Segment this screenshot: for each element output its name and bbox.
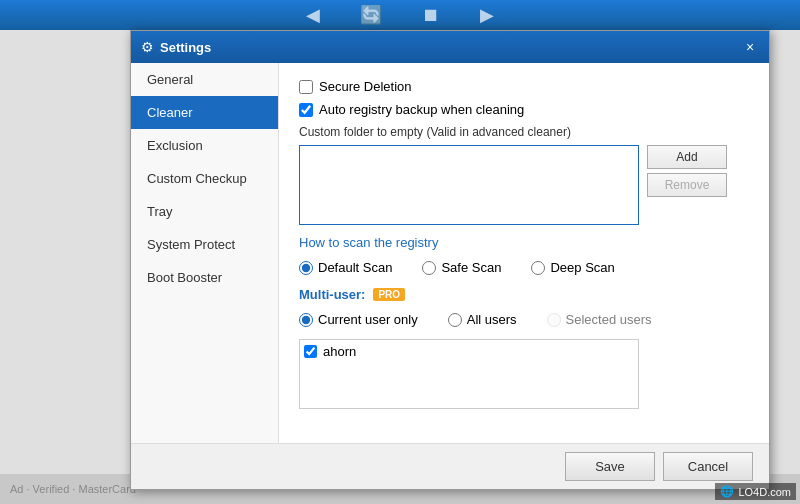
all-users-label: All users: [467, 312, 517, 327]
radio-current-user: Current user only: [299, 312, 418, 327]
custom-folder-label: Custom folder to empty (Valid in advance…: [299, 125, 749, 139]
current-user-radio[interactable]: [299, 313, 313, 327]
deep-scan-radio[interactable]: [531, 261, 545, 275]
dialog-title: Settings: [160, 40, 211, 55]
safe-scan-radio[interactable]: [422, 261, 436, 275]
user-mode-group: Current user only All users Selected use…: [299, 312, 749, 327]
sidebar-item-system-protect[interactable]: System Protect: [131, 228, 278, 261]
selected-users-label: Selected users: [566, 312, 652, 327]
default-scan-radio[interactable]: [299, 261, 313, 275]
watermark-text: LO4D.com: [738, 486, 791, 498]
watermark: 🌐 LO4D.com: [715, 483, 796, 500]
bg-nav-4: ▶: [480, 4, 494, 26]
close-button[interactable]: ×: [741, 38, 759, 56]
auto-registry-checkbox[interactable]: [299, 103, 313, 117]
safe-scan-label: Safe Scan: [441, 260, 501, 275]
radio-selected-users: Selected users: [547, 312, 652, 327]
sidebar: General Cleaner Exclusion Custom Checkup…: [131, 63, 279, 443]
radio-all-users: All users: [448, 312, 517, 327]
current-user-label: Current user only: [318, 312, 418, 327]
bg-nav-2: 🔄: [360, 4, 382, 26]
radio-deep-scan: Deep Scan: [531, 260, 614, 275]
secure-deletion-checkbox[interactable]: [299, 80, 313, 94]
secure-deletion-label: Secure Deletion: [319, 79, 412, 94]
users-list: ahorn: [299, 339, 639, 409]
sidebar-item-cleaner[interactable]: Cleaner: [131, 96, 278, 129]
multi-user-label: Multi-user:: [299, 287, 365, 302]
save-button[interactable]: Save: [565, 452, 655, 481]
auto-registry-row: Auto registry backup when cleaning: [299, 102, 749, 117]
bg-nav-1: ◀: [306, 4, 320, 26]
how-to-scan-link[interactable]: How to scan the registry: [299, 235, 749, 250]
bg-nav-3: ⏹: [422, 5, 440, 26]
sidebar-item-boot-booster[interactable]: Boot Booster: [131, 261, 278, 294]
scan-mode-group: Default Scan Safe Scan Deep Scan: [299, 260, 749, 275]
auto-registry-label: Auto registry backup when cleaning: [319, 102, 524, 117]
secure-deletion-row: Secure Deletion: [299, 79, 749, 94]
add-button[interactable]: Add: [647, 145, 727, 169]
remove-button[interactable]: Remove: [647, 173, 727, 197]
radio-default-scan: Default Scan: [299, 260, 392, 275]
users-list-item: ahorn: [304, 344, 634, 359]
radio-safe-scan: Safe Scan: [422, 260, 501, 275]
title-bar-left: ⚙ Settings: [141, 39, 211, 55]
deep-scan-label: Deep Scan: [550, 260, 614, 275]
settings-icon: ⚙: [141, 39, 154, 55]
content-panel: Secure Deletion Auto registry backup whe…: [279, 63, 769, 443]
sidebar-item-custom-checkup[interactable]: Custom Checkup: [131, 162, 278, 195]
user-ahorn-checkbox[interactable]: [304, 345, 317, 358]
folder-row: Add Remove: [299, 145, 749, 225]
user-ahorn-label: ahorn: [323, 344, 356, 359]
selected-users-radio[interactable]: [547, 313, 561, 327]
sidebar-item-exclusion[interactable]: Exclusion: [131, 129, 278, 162]
settings-dialog: ⚙ Settings × General Cleaner Exclusion C…: [130, 30, 770, 490]
multi-user-row: Multi-user: PRO: [299, 287, 749, 302]
sidebar-item-tray[interactable]: Tray: [131, 195, 278, 228]
title-bar: ⚙ Settings ×: [131, 31, 769, 63]
folder-buttons: Add Remove: [647, 145, 727, 225]
all-users-radio[interactable]: [448, 313, 462, 327]
background-topbar: ◀ 🔄 ⏹ ▶: [0, 0, 800, 30]
bottom-text: Ad · Verified · MasterCard: [10, 483, 136, 495]
sidebar-item-general[interactable]: General: [131, 63, 278, 96]
pro-badge: PRO: [373, 288, 405, 301]
dialog-footer: Save Cancel: [131, 443, 769, 489]
dialog-body: General Cleaner Exclusion Custom Checkup…: [131, 63, 769, 443]
cancel-button[interactable]: Cancel: [663, 452, 753, 481]
custom-folder-textarea[interactable]: [299, 145, 639, 225]
watermark-icon: 🌐: [720, 485, 734, 498]
default-scan-label: Default Scan: [318, 260, 392, 275]
